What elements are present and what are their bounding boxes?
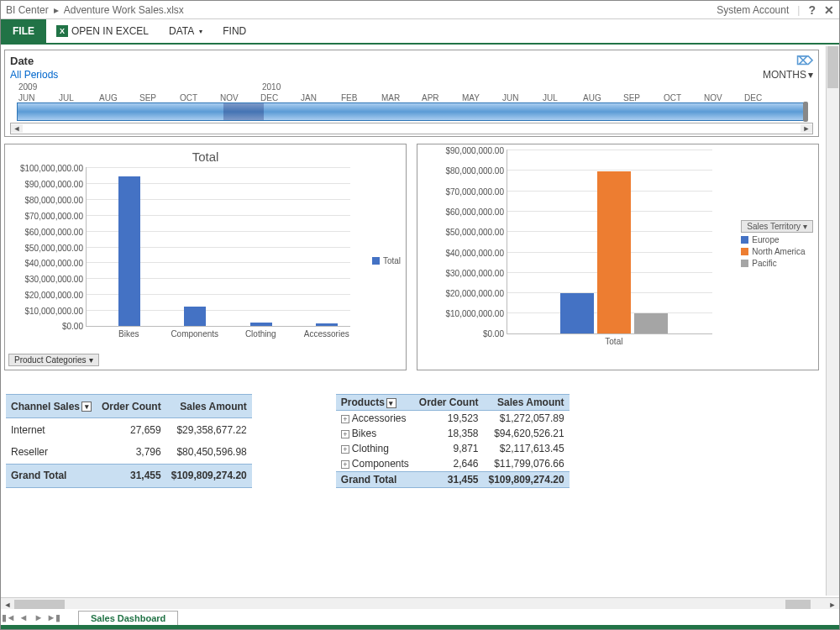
ribbon: FILE X OPEN IN EXCEL DATA FIND <box>1 19 839 45</box>
chart2-plot: $90,000,000.00 $80,000,000.00 $70,000,00… <box>507 150 712 334</box>
status-bar <box>1 625 839 629</box>
xcat: Components <box>161 329 228 339</box>
dropdown-icon[interactable]: ▾ <box>386 398 396 408</box>
chart2-legend: Sales Territory ▾ Europe North America P… <box>741 220 813 270</box>
vertical-scrollbar[interactable] <box>826 46 839 596</box>
table-row: +Clothing9,871$2,117,613.45 <box>336 441 570 456</box>
xcat: Clothing <box>227 329 294 339</box>
chart-total-by-territory[interactable]: $90,000,000.00 $80,000,000.00 $70,000,00… <box>417 144 819 370</box>
sales-territory-filter[interactable]: Sales Territory ▾ <box>741 220 813 233</box>
col-channel[interactable]: Channel Sales▾ <box>6 395 97 418</box>
timeline-range-bar[interactable] <box>17 102 806 121</box>
scroll-left-icon[interactable]: ◄ <box>1 601 14 609</box>
clear-filter-icon[interactable]: ⌦ <box>796 54 813 67</box>
expand-icon[interactable]: + <box>341 415 349 423</box>
chart-total-by-category[interactable]: Total $100,000,000.00 $90,000,000.00 $80… <box>4 144 407 370</box>
expand-icon[interactable]: + <box>341 445 349 454</box>
grand-total-row: Grand Total31,455$109,809,274.20 <box>336 472 570 488</box>
close-icon[interactable]: ✕ <box>824 3 834 17</box>
table-row: +Components2,646$11,799,076.66 <box>336 456 570 472</box>
chart1-plot: $100,000,000.00 $90,000,000.00 $80,000,0… <box>86 167 350 327</box>
find-button[interactable]: FIND <box>213 19 256 43</box>
account-label[interactable]: System Account <box>717 4 789 16</box>
col-sales-amount: Sales Amount <box>484 395 570 411</box>
expand-icon[interactable]: + <box>341 460 349 469</box>
breadcrumb-root[interactable]: BI Center <box>6 4 49 16</box>
breadcrumb-file[interactable]: Adventure Work Sales.xlsx <box>64 4 184 16</box>
products-pivot[interactable]: Products▾ Order Count Sales Amount +Acce… <box>336 394 570 488</box>
bar-clothing <box>250 323 272 326</box>
help-icon[interactable]: ? <box>808 3 816 17</box>
col-sales-amount: Sales Amount <box>166 395 252 418</box>
data-menu[interactable]: DATA <box>159 19 213 43</box>
grand-total-row: Grand Total31,455$109,809,274.20 <box>6 464 252 487</box>
col-products[interactable]: Products▾ <box>336 395 414 411</box>
bar-pacific <box>634 313 668 333</box>
timeline-selection[interactable] <box>223 103 264 120</box>
sheet-nav-prev-icon[interactable]: ◄ <box>16 612 31 622</box>
sheet-nav-first-icon[interactable]: ▮◄ <box>1 612 16 623</box>
sheet-nav-last-icon[interactable]: ►▮ <box>46 612 61 623</box>
sheet-nav-next-icon[interactable]: ► <box>31 612 46 622</box>
bar-accessories <box>316 323 338 326</box>
scroll-right-icon[interactable]: ► <box>801 124 812 133</box>
scroll-left-icon[interactable]: ◄ <box>11 124 23 133</box>
bar-north-america <box>597 171 631 333</box>
table-row: Internet27,659$29,358,677.22 <box>6 418 252 441</box>
open-in-excel-label: OPEN IN EXCEL <box>71 25 149 37</box>
bar-components <box>184 307 206 326</box>
timeline-title: Date <box>10 55 34 67</box>
expand-icon[interactable]: + <box>341 430 349 438</box>
timeline-year-row: 20092010 <box>10 82 813 92</box>
table-row: +Bikes18,358$94,620,526.21 <box>336 426 570 441</box>
excel-icon: X <box>56 25 68 37</box>
worksheet-area: Date ⌦ All Periods MONTHS ▾ 20092010 JUN… <box>1 46 826 596</box>
xcat: Bikes <box>95 329 162 339</box>
breadcrumb-bar: BI Center ▸ Adventure Work Sales.xlsx Sy… <box>1 1 839 19</box>
bar-europe <box>560 293 594 333</box>
file-tab[interactable]: FILE <box>1 19 46 43</box>
channel-sales-pivot[interactable]: Channel Sales▾ Order Count Sales Amount … <box>6 394 252 488</box>
chart1-title: Total <box>10 150 401 164</box>
xcat: Accessories <box>293 329 360 339</box>
timeline-scrollbar[interactable]: ◄ ► <box>10 123 813 134</box>
table-row: Reseller3,796$80,450,596.98 <box>6 441 252 464</box>
table-row: +Accessories19,523$1,272,057.89 <box>336 411 570 427</box>
timeline-handle[interactable] <box>803 102 808 122</box>
breadcrumb-sep-icon: ▸ <box>54 4 59 16</box>
timeline-level-selector[interactable]: MONTHS ▾ <box>763 69 813 81</box>
timeline-period-label[interactable]: All Periods <box>10 69 58 81</box>
sheet-tab-bar: ▮◄ ◄ ► ►▮ Sales Dashboard <box>1 609 839 626</box>
bar-bikes <box>118 176 140 326</box>
timeline-month-row: JUNJULAUGSEPOCTNOVDECJANFEBMARAPRMAYJUNJ… <box>10 92 813 102</box>
timeline-slicer[interactable]: Date ⌦ All Periods MONTHS ▾ 20092010 JUN… <box>4 50 819 137</box>
col-order-count: Order Count <box>97 395 166 418</box>
col-order-count: Order Count <box>414 395 484 411</box>
chart1-legend: Total <box>372 254 401 268</box>
sheet-tab-active[interactable]: Sales Dashboard <box>78 611 178 625</box>
product-categories-filter[interactable]: Product Categories ▾ <box>8 354 99 366</box>
open-in-excel-button[interactable]: X OPEN IN EXCEL <box>46 19 159 43</box>
xcat: Total <box>580 337 648 346</box>
scroll-right-icon[interactable]: ► <box>826 601 839 609</box>
dropdown-icon[interactable]: ▾ <box>81 402 92 412</box>
